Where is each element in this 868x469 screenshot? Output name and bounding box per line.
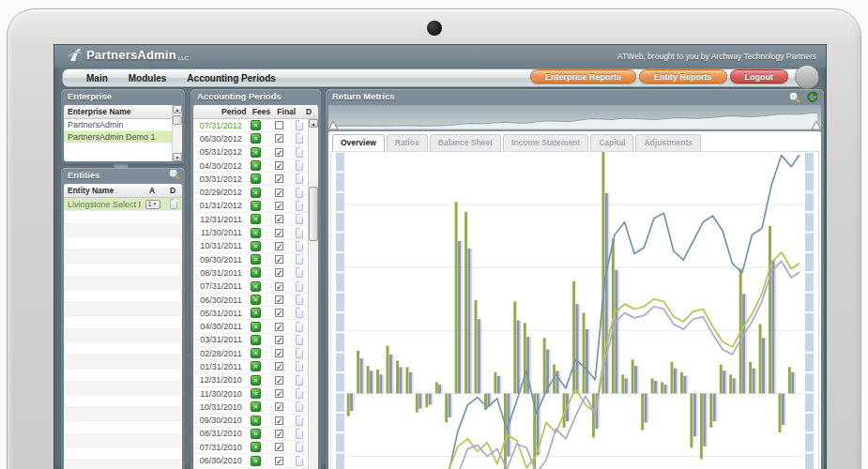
document-icon[interactable] [296, 335, 303, 345]
range-selector-strip[interactable] [328, 105, 821, 130]
fees-excel-icon[interactable]: ✕ [251, 401, 261, 412]
fees-excel-icon[interactable]: ✕ [251, 188, 261, 198]
final-checkbox[interactable]: ✓ [275, 349, 283, 357]
menu-item-accounting-periods[interactable]: Accounting Periods [176, 73, 285, 83]
fees-excel-icon[interactable]: ✕ [251, 388, 261, 399]
final-checkbox[interactable]: ✓ [275, 174, 283, 183]
scroll-up-icon[interactable]: ▲ [173, 105, 182, 113]
tab-ratios[interactable]: Ratios [387, 134, 428, 151]
scroll-track[interactable] [173, 113, 182, 153]
document-icon[interactable] [296, 267, 303, 278]
allocation-dropdown[interactable]: 1▼ [145, 200, 160, 209]
final-checkbox[interactable]: ✓ [275, 389, 283, 398]
fees-excel-icon[interactable]: ✕ [251, 160, 261, 171]
final-checkbox[interactable]: ✓ [275, 148, 283, 157]
accounting-period-row[interactable]: 08/31/2010 ✕ ✓ [193, 428, 308, 441]
document-icon[interactable] [296, 241, 303, 251]
document-icon[interactable] [296, 456, 303, 466]
document-icon[interactable] [296, 147, 303, 158]
fees-excel-icon[interactable]: ✕ [251, 429, 261, 439]
final-checkbox[interactable]: ✓ [275, 161, 283, 170]
final-checkbox[interactable]: ✓ [275, 457, 283, 465]
accounting-period-row[interactable]: 06/30/2010 ✕ ✓ [193, 454, 308, 467]
document-icon[interactable] [296, 348, 303, 358]
document-icon[interactable] [296, 160, 303, 171]
final-checkbox[interactable]: ✓ [275, 229, 283, 237]
refresh-icon[interactable] [806, 91, 818, 103]
fees-excel-icon[interactable]: ✕ [251, 322, 261, 332]
final-checkbox[interactable]: ✓ [275, 430, 283, 438]
fees-excel-icon[interactable]: ✕ [251, 174, 261, 184]
accounting-period-row[interactable]: 04/30/2012 ✕ ✓ [193, 159, 308, 173]
fees-excel-icon[interactable]: ✕ [251, 267, 261, 278]
search-icon[interactable] [789, 92, 800, 103]
tab-balance-sheet[interactable]: Balance Sheet [430, 134, 501, 151]
document-icon[interactable] [296, 442, 303, 452]
tab-capital[interactable]: Capital [590, 134, 633, 151]
fees-excel-icon[interactable]: ✕ [251, 214, 261, 224]
accounting-scrollbar[interactable]: ▲ [308, 119, 318, 469]
avatar[interactable] [795, 65, 819, 89]
accounting-period-row[interactable]: 12/31/2010 ✕ ✓ [193, 374, 308, 387]
document-icon[interactable] [296, 388, 303, 399]
fees-excel-icon[interactable]: ✕ [251, 120, 261, 130]
final-checkbox[interactable]: ✓ [275, 134, 283, 143]
final-checkbox[interactable]: ✓ [275, 189, 283, 197]
fees-excel-icon[interactable]: ✕ [251, 361, 261, 371]
accounting-period-row[interactable]: 10/31/2011 ✕ ✓ [193, 240, 308, 253]
document-icon[interactable] [296, 254, 303, 265]
final-checkbox[interactable]: ✓ [275, 309, 283, 317]
fees-excel-icon[interactable]: ✕ [251, 416, 261, 426]
accounting-period-row[interactable]: 09/30/2010 ✕ ✓ [193, 415, 308, 428]
document-icon[interactable] [296, 188, 303, 198]
accounting-period-row[interactable]: 07/31/2011 ✕ ✓ [193, 280, 308, 294]
enterprise-scrollbar[interactable]: ▲ ▼ [172, 105, 182, 161]
fees-excel-icon[interactable]: ✕ [251, 335, 261, 345]
final-checkbox[interactable]: ✓ [275, 295, 283, 304]
document-icon[interactable] [296, 361, 303, 371]
document-icon[interactable] [296, 429, 303, 439]
scroll-thumb[interactable] [173, 115, 182, 125]
tab-overview[interactable]: Overview [332, 134, 385, 151]
accounting-period-row[interactable]: 01/31/2011 ✕ ✓ [193, 360, 308, 373]
document-icon[interactable] [296, 416, 303, 426]
accounting-period-row[interactable]: 01/31/2012 ✕ ✓ [193, 200, 308, 213]
final-checkbox[interactable]: ✓ [275, 268, 283, 277]
accounting-period-row[interactable]: 05/31/2012 ✕ ✓ [193, 146, 308, 159]
final-checkbox[interactable]: ✓ [275, 336, 283, 344]
document-icon[interactable] [296, 201, 303, 211]
accounting-period-row[interactable]: 08/31/2011 ✕ ✓ [193, 266, 308, 280]
accounting-period-row[interactable]: 09/30/2011 ✕ ✓ [193, 253, 308, 266]
document-icon[interactable] [296, 214, 303, 224]
final-checkbox[interactable]: ✓ [275, 202, 283, 210]
accounting-period-row[interactable]: 11/30/2010 ✕ ✓ [193, 387, 308, 401]
accounting-period-row[interactable]: 05/31/2011 ✕ ✓ [193, 307, 308, 320]
logout-button[interactable]: Logout [730, 69, 789, 83]
final-checkbox[interactable]: ✓ [275, 323, 283, 331]
document-icon[interactable] [296, 401, 303, 412]
accounting-period-row[interactable]: 12/31/2011 ✕ ✓ [193, 213, 308, 226]
document-icon[interactable] [296, 228, 303, 238]
fees-excel-icon[interactable]: ✕ [251, 295, 261, 305]
scroll-down-icon[interactable]: ▼ [173, 153, 182, 161]
entity-row[interactable]: Livingstone Select Fun 1▼ [64, 198, 182, 211]
tab-adjustments[interactable]: Adjustments [635, 134, 700, 151]
fees-excel-icon[interactable]: ✕ [251, 254, 261, 265]
final-checkbox[interactable]: ✓ [275, 362, 283, 371]
final-checkbox[interactable]: ✓ [275, 416, 283, 425]
accounting-period-row[interactable]: 07/31/2010 ✕ ✓ [193, 441, 308, 454]
fees-excel-icon[interactable]: ✕ [251, 281, 261, 292]
fees-excel-icon[interactable]: ✕ [251, 228, 261, 238]
menu-item-main[interactable]: Main [76, 73, 118, 83]
fees-excel-icon[interactable]: ✕ [251, 133, 261, 144]
document-icon[interactable] [296, 375, 303, 386]
document-icon[interactable] [296, 308, 303, 318]
accounting-period-row[interactable]: 06/30/2011 ✕ ✓ [193, 294, 308, 307]
enterprise-row[interactable]: PartnersAdmin [64, 119, 172, 131]
accounting-period-row[interactable]: 02/29/2012 ✕ ✓ [193, 186, 308, 199]
final-checkbox[interactable]: ✓ [275, 255, 283, 264]
document-icon[interactable] [296, 133, 303, 144]
document-icon[interactable] [296, 322, 303, 332]
final-checkbox[interactable]: ✓ [275, 242, 283, 250]
enterprise-reports-button[interactable]: Enterprise Reports [530, 69, 636, 83]
